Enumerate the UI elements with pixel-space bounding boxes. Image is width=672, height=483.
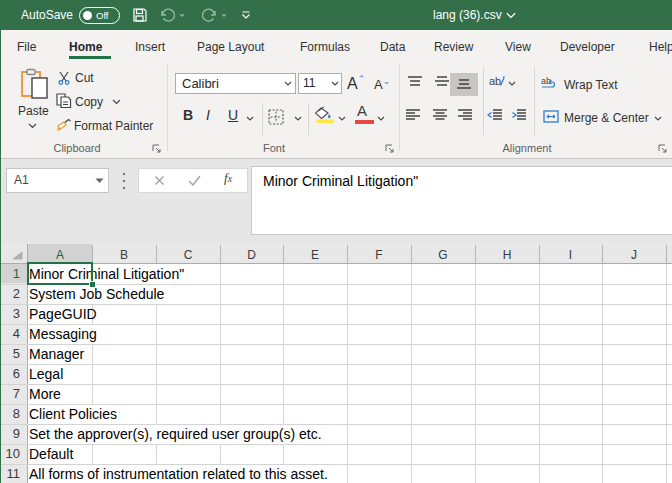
- svg-text:ab: ab: [489, 75, 501, 87]
